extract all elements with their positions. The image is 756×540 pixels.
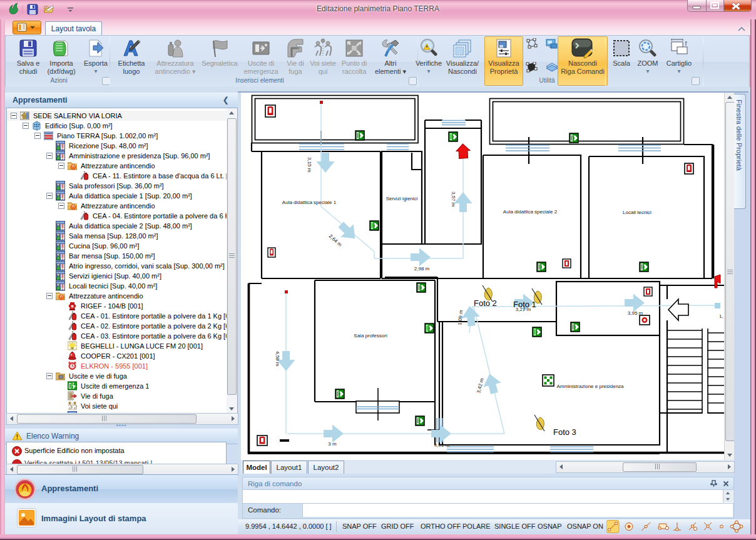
svg-text:3,95 m: 3,95 m bbox=[628, 310, 643, 316]
svg-text:3 m: 3 m bbox=[328, 441, 337, 447]
svg-text:Aula didattica speciale 2: Aula didattica speciale 2 bbox=[503, 209, 558, 215]
svg-text:2,64 m: 2,64 m bbox=[328, 233, 343, 248]
svg-text:4,58 m: 4,58 m bbox=[275, 351, 280, 367]
svg-text:Locali tecnici: Locali tecnici bbox=[623, 210, 651, 215]
svg-text:3,42 m: 3,42 m bbox=[476, 377, 485, 394]
svg-text:Foto 2: Foto 2 bbox=[474, 298, 497, 308]
svg-text:Servizi igienici: Servizi igienici bbox=[386, 196, 418, 201]
svg-text:3,15 m: 3,15 m bbox=[307, 157, 312, 173]
svg-text:2,98 m: 2,98 m bbox=[414, 266, 430, 272]
svg-text:Aula didattica speciale 1: Aula didattica speciale 1 bbox=[282, 200, 337, 205]
svg-text:Sala professori: Sala professori bbox=[354, 333, 387, 339]
svg-text:3,57 m: 3,57 m bbox=[451, 191, 456, 207]
svg-text:Amministrazione e presidenza: Amministrazione e presidenza bbox=[556, 384, 624, 389]
svg-text:Foto 1: Foto 1 bbox=[513, 300, 536, 309]
svg-text:Foto 3: Foto 3 bbox=[553, 427, 576, 437]
svg-text:4,01 m: 4,01 m bbox=[434, 442, 450, 448]
svg-text:1,: 1, bbox=[719, 313, 723, 319]
svg-text:1,09 m: 1,09 m bbox=[457, 310, 464, 326]
